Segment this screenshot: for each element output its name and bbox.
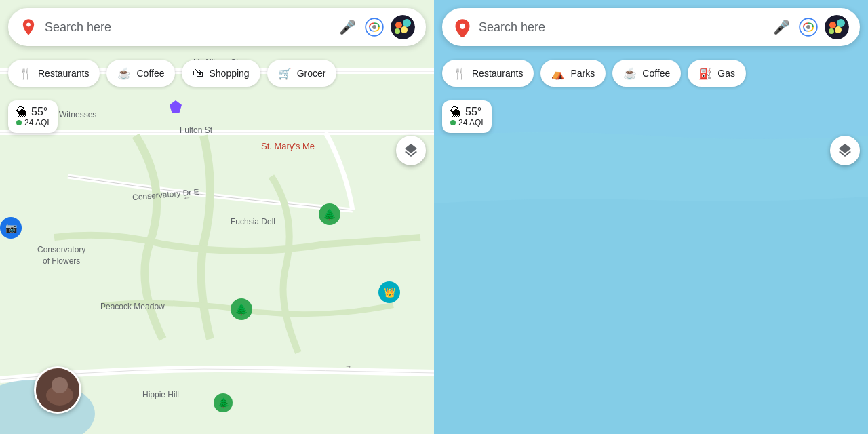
- right-aqi: 24 AQI: [450, 118, 484, 127]
- svg-point-22: [829, 28, 834, 34]
- right-weather-badge[interactable]: 🌦 55° 24 AQI: [442, 100, 492, 133]
- left-pill-groceries[interactable]: 🛒 Grocer: [267, 60, 337, 87]
- left-aqi-value: 24 AQI: [24, 118, 50, 127]
- right-parks-icon: ⛺: [551, 67, 565, 80]
- right-user-avatar[interactable]: [825, 15, 849, 39]
- right-restaurant-label: Restaurants: [472, 68, 523, 79]
- weather-icon-left: 🌦: [16, 106, 27, 118]
- left-mic-icon[interactable]: 🎤: [336, 16, 358, 38]
- right-search-text[interactable]: Search here: [479, 20, 765, 35]
- shopping-icon: 🛍: [193, 67, 203, 79]
- weather-icon-right: 🌦: [450, 106, 461, 118]
- restaurant-icon: 🍴: [19, 67, 33, 80]
- right-parks-label: Parks: [570, 68, 595, 79]
- pin-tree-peacock: 🌲: [231, 298, 252, 320]
- left-search-bar[interactable]: Search here 🎤: [8, 8, 426, 46]
- left-pill-restaurants[interactable]: 🍴 Restaurants: [8, 60, 100, 87]
- right-layer-button[interactable]: [830, 136, 860, 165]
- svg-point-20: [837, 19, 845, 27]
- left-pill-coffee[interactable]: ☕ Coffee: [106, 60, 175, 87]
- right-pill-restaurants[interactable]: 🍴 Restaurants: [442, 60, 534, 87]
- svg-point-9: [401, 26, 408, 33]
- left-map-thumbnail[interactable]: [34, 366, 81, 414]
- right-restaurant-icon: 🍴: [453, 67, 467, 80]
- left-category-bar: 🍴 Restaurants ☕ Coffee 🛍 Shopping 🛒 Groc…: [0, 54, 434, 92]
- grocery-icon: 🛒: [278, 67, 292, 80]
- svg-point-15: [460, 24, 465, 29]
- left-lens-icon[interactable]: [362, 15, 387, 39]
- right-coffee-label: Coffee: [642, 68, 670, 79]
- svg-point-19: [829, 22, 836, 28]
- svg-point-8: [403, 19, 411, 27]
- left-weather-badge[interactable]: 🌦 55° 24 AQI: [8, 100, 58, 133]
- shopping-label: Shopping: [209, 68, 249, 79]
- svg-point-5: [372, 25, 376, 29]
- coffee-label: Coffee: [136, 68, 164, 79]
- right-gas-label: Gas: [717, 68, 735, 79]
- right-aqi-value: 24 AQI: [458, 118, 484, 127]
- right-pill-coffee[interactable]: ☕ Coffee: [612, 60, 681, 87]
- right-mic-icon[interactable]: 🎤: [770, 16, 792, 38]
- left-pill-shopping[interactable]: 🛍 Shopping: [182, 60, 260, 87]
- left-temperature: 55°: [31, 106, 47, 118]
- right-gas-icon: ⛽: [698, 67, 712, 80]
- left-search-text[interactable]: Search here: [45, 20, 331, 35]
- left-aqi: 24 AQI: [16, 118, 50, 127]
- pin-camera: 📷: [0, 217, 22, 239]
- svg-point-13: [52, 377, 68, 393]
- maps-logo-right: [453, 18, 472, 37]
- svg-point-7: [395, 22, 402, 28]
- right-pill-parks[interactable]: ⛺ Parks: [540, 60, 606, 87]
- left-user-avatar[interactable]: [391, 15, 415, 39]
- pin-jehovahs: [170, 100, 191, 122]
- grocery-label: Grocer: [297, 68, 326, 79]
- right-search-bar[interactable]: Search here 🎤: [442, 8, 860, 46]
- right-temperature: 55°: [465, 106, 481, 118]
- right-map-panel: Search here 🎤 🍴 Rest: [434, 0, 868, 434]
- svg-text:←: ←: [182, 193, 191, 203]
- right-coffee-icon: ☕: [623, 67, 637, 80]
- svg-text:→: →: [342, 359, 353, 372]
- pin-teal-mc: 👑: [378, 281, 400, 303]
- pin-tree-fuchsia: 🌲: [319, 203, 340, 225]
- svg-point-21: [835, 26, 842, 33]
- left-map-panel: → ← Search here 🎤: [0, 0, 434, 434]
- restaurant-label: Restaurants: [38, 68, 89, 79]
- right-category-bar: 🍴 Restaurants ⛺ Parks ☕ Coffee ⛽ Gas: [434, 54, 868, 92]
- right-pill-gas[interactable]: ⛽ Gas: [688, 60, 746, 87]
- pin-tree-hippie: 🌲: [214, 393, 235, 415]
- left-layer-button[interactable]: [396, 136, 426, 165]
- coffee-icon: ☕: [117, 67, 131, 80]
- svg-point-17: [806, 25, 810, 29]
- svg-point-10: [395, 28, 400, 34]
- maps-logo-left: [19, 18, 38, 37]
- right-lens-icon[interactable]: [796, 15, 821, 39]
